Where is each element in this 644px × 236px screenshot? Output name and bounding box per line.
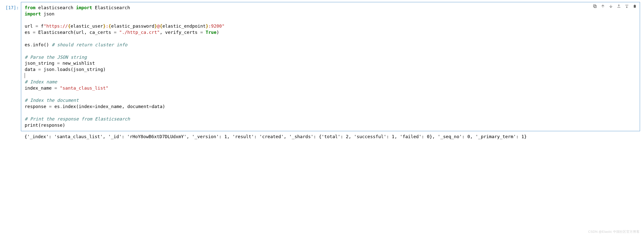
execution-prompt: [17]:: [4, 2, 19, 10]
duplicate-icon[interactable]: [592, 4, 598, 9]
comment: # Parse the JSON string: [25, 54, 87, 60]
keyword: import: [76, 5, 92, 10]
insert-above-icon[interactable]: [616, 4, 621, 9]
output-row: {'_index': 'santa_claus_list', '_id': 'r…: [4, 132, 640, 141]
comment: # should return cluster info: [52, 42, 127, 47]
move-down-icon[interactable]: [608, 4, 613, 9]
keyword: from: [25, 5, 36, 10]
code-input-area[interactable]: from elasticsearch import Elasticsearch …: [21, 2, 640, 131]
text-cursor: [25, 73, 25, 78]
insert-below-icon[interactable]: [624, 4, 629, 9]
delete-icon[interactable]: [632, 4, 637, 9]
comment: # Index the document: [25, 98, 79, 103]
comment: # Index name: [25, 79, 57, 84]
code-editor[interactable]: from elasticsearch import Elasticsearch …: [25, 5, 636, 128]
svg-rect-1: [594, 5, 596, 7]
cell-output: {'_index': 'santa_claus_list', '_id': 'r…: [21, 132, 640, 141]
cell-toolbar: [592, 4, 637, 9]
keyword: import: [25, 11, 41, 16]
output-prompt-spacer: [4, 132, 19, 141]
code-cell: [17]: from elasticsearch import Elastics…: [4, 2, 640, 131]
move-up-icon[interactable]: [600, 4, 605, 9]
svg-rect-0: [594, 5, 596, 8]
comment: # Print the response from Elasticsearch: [25, 116, 130, 121]
